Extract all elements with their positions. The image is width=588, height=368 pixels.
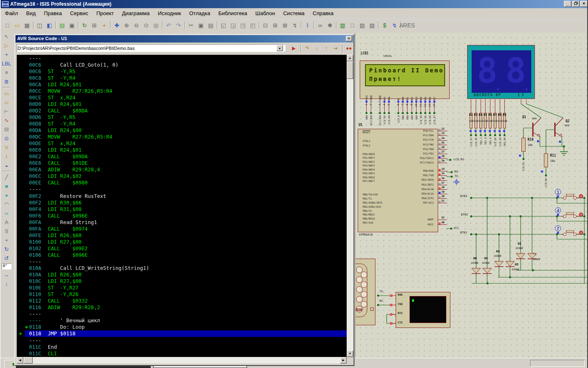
breakpoint-gutter[interactable]: [17, 68, 29, 74]
breakpoint-gutter[interactable]: [17, 114, 29, 120]
menu-item[interactable]: Правка: [40, 9, 66, 18]
code-line[interactable]: 00F4 LDI R31,$08: [17, 206, 347, 212]
breakpoint-gutter[interactable]: [17, 120, 29, 127]
horizontal-scrollbar[interactable]: ◀ ▶: [17, 357, 347, 364]
toolbar-button[interactable]: ⊠: [280, 20, 290, 30]
resistor[interactable]: R6 510 SEG_E: [488, 113, 493, 166]
breakpoint-gutter[interactable]: [17, 278, 29, 285]
code-line[interactable]: 00DA LDI R24,$00: [17, 127, 347, 134]
toolbar-button[interactable]: ▤: [206, 20, 216, 30]
breakpoint-gutter[interactable]: [17, 324, 29, 330]
breakpoint-gutter[interactable]: [17, 272, 29, 278]
toolbar-button[interactable]: ⊙: [141, 20, 151, 30]
menu-item[interactable]: Библиотека: [214, 9, 252, 18]
breakpoint-gutter[interactable]: [17, 238, 29, 245]
breakpoint-gutter[interactable]: [17, 55, 29, 61]
menu-item[interactable]: Отладка: [185, 9, 214, 18]
toolbar-button[interactable]: □: [347, 20, 357, 30]
diode-component[interactable]: D4 DIODE: [494, 250, 504, 269]
code-line[interactable]: 0118 JMP $0118: [17, 330, 347, 337]
debug-toolbar-button[interactable]: ⇥: [331, 44, 340, 52]
breakpoint-gutter[interactable]: [17, 311, 29, 317]
scroll-up-button[interactable]: ▲: [347, 55, 353, 61]
debug-toolbar-button[interactable]: ↑: [322, 44, 330, 52]
palette-tool-button[interactable]: S: [2, 227, 11, 236]
diode-component[interactable]: D2 DIODE: [515, 242, 526, 262]
palette-tool-button[interactable]: +: [2, 236, 11, 245]
breakpoint-gutter[interactable]: [17, 298, 29, 304]
diode-component[interactable]: D3 DIODE: [505, 250, 515, 269]
r11-resistor-body[interactable]: [544, 153, 548, 167]
breakpoint-gutter[interactable]: [17, 173, 29, 180]
code-line[interactable]: 00EA ADIW R29:R28,4: [17, 166, 347, 173]
palette-tool-button[interactable]: ◠: [2, 200, 11, 209]
toolbar-button[interactable]: ✚: [112, 20, 122, 30]
code-line[interactable]: 00D2 CALL $09DA: [17, 107, 347, 114]
code-line[interactable]: 00E0 LDI R24,$01: [17, 147, 347, 153]
code-line[interactable]: 00CE ST x,R24: [17, 94, 347, 101]
scroll-right-button[interactable]: ▶: [340, 357, 347, 364]
code-line[interactable]: 010A LDI R26,$60: [17, 272, 347, 278]
title-bar[interactable]: ISIS ATmega16 - ISIS Professional (Анима…: [1, 0, 588, 8]
breakpoint-gutter[interactable]: [17, 350, 29, 357]
com-port-checkbox[interactable]: [370, 307, 374, 311]
breakpoint-gutter[interactable]: [17, 74, 29, 81]
resistor[interactable]: R3 510 LCD_D5: [474, 113, 479, 166]
vertical-scrollbar[interactable]: ▲ ▼: [347, 55, 353, 357]
resistor[interactable]: R5 510 SEG_D: [483, 113, 488, 166]
toolbar-button[interactable]: ▦: [22, 20, 32, 30]
restore-button[interactable]: [572, 1, 579, 7]
menu-item[interactable]: Диаграмма: [118, 9, 154, 18]
code-line[interactable]: 0110 ST -Y,R26: [17, 291, 347, 298]
code-line[interactable]: 00D8 ST -Y,R4: [17, 120, 347, 127]
diode-component[interactable]: D1 DIODE: [527, 242, 537, 262]
push-button-component[interactable]: 1: [555, 189, 588, 202]
code-line[interactable]: 00F2 LDI R30,$66: [17, 199, 347, 206]
breakpoint-gutter[interactable]: [17, 107, 29, 114]
palette-tool-button[interactable]: ▭: [2, 89, 11, 98]
palette-tool-button[interactable]: ⊢: [2, 107, 11, 116]
toolbar-button[interactable]: ◲: [228, 20, 238, 30]
close-button[interactable]: ×: [580, 1, 588, 7]
breakpoint-gutter[interactable]: [17, 199, 29, 206]
code-line[interactable]: 0100 LDI R27,$00: [17, 238, 347, 245]
resistor[interactable]: R4 510 SEG_C: [479, 113, 483, 166]
menu-item[interactable]: Справка: [309, 9, 338, 18]
toolbar-button[interactable]: [109, 20, 112, 30]
code-line[interactable]: 00EE CALL $0980: [17, 180, 347, 186]
breakpoint-gutter[interactable]: [17, 330, 29, 337]
breakpoint-gutter[interactable]: [17, 134, 29, 140]
debug-toolbar-button[interactable]: ●●: [345, 44, 353, 52]
debug-toolbar-button[interactable]: ↷: [303, 44, 312, 52]
combo-dropdown-button[interactable]: ▼: [276, 45, 283, 51]
code-line[interactable]: 00DC MOVW R27:R26,R5:R4: [17, 134, 347, 140]
db9-connector-body[interactable]: [356, 259, 375, 325]
code-line[interactable]: 00C6 Call LCD_Goto(1, 0): [17, 61, 347, 68]
breakpoint-gutter[interactable]: [17, 317, 29, 324]
breakpoint-gutter[interactable]: [17, 127, 29, 134]
menu-item[interactable]: Исходник: [154, 9, 185, 18]
palette-tool-button[interactable]: ●: [2, 191, 11, 200]
palette-tool-button[interactable]: ∿: [2, 116, 11, 125]
toolbar-button[interactable]: ▭: [12, 20, 22, 30]
palette-tool-button[interactable]: V: [2, 143, 11, 152]
toolbar-button[interactable]: ▨: [357, 20, 367, 30]
breakpoint-gutter[interactable]: [17, 225, 29, 232]
palette-tool-button[interactable]: A: [2, 218, 11, 227]
code-line[interactable]: 00DE ST x,R24: [17, 140, 347, 147]
code-line[interactable]: 00F2 Restore RusText: [17, 193, 347, 199]
r10-resistor-body[interactable]: [521, 138, 526, 152]
code-line[interactable]: ----: [17, 258, 347, 265]
source-window-title-bar[interactable]: AVR Source Code - U1 ×: [16, 35, 353, 43]
toolbar-button[interactable]: [54, 20, 57, 30]
diode-component[interactable]: D6 DIODE: [471, 257, 481, 276]
code-line[interactable]: 00FA Read String1: [17, 219, 347, 225]
rotate-cw-button[interactable]: ↻: [2, 245, 11, 254]
toolbar-button[interactable]: ↯: [290, 20, 300, 30]
palette-tool-button[interactable]: ▱: [2, 98, 11, 107]
toolbar-button[interactable]: ⊖: [131, 20, 141, 30]
mirror-vertical-button[interactable]: ↕: [2, 279, 11, 288]
toolbar-button[interactable]: [77, 20, 80, 30]
toolbar-button[interactable]: [216, 20, 218, 30]
breakpoint-gutter[interactable]: [17, 193, 29, 199]
